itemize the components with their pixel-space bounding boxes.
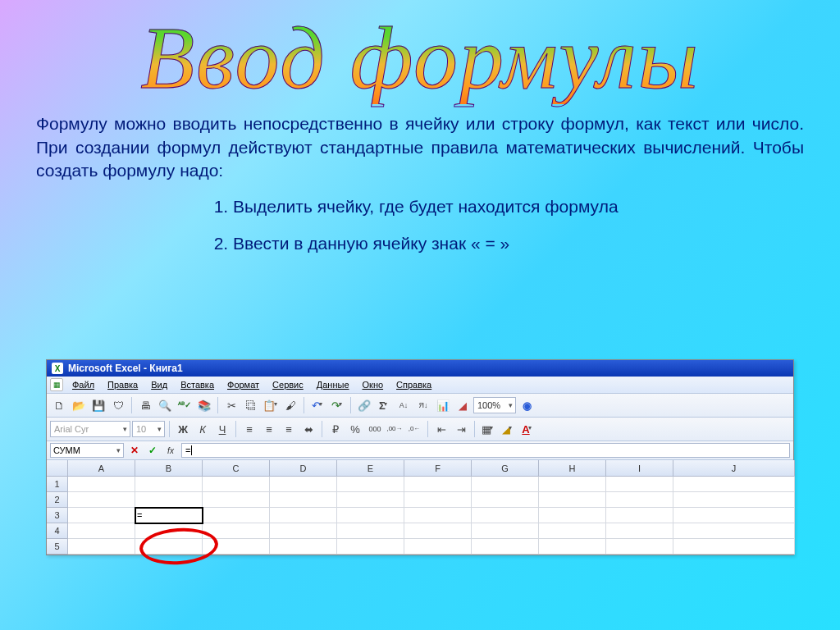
format-painter-button[interactable]: 🖌 — [281, 396, 299, 414]
cell[interactable] — [203, 523, 270, 539]
cell[interactable] — [606, 477, 673, 492]
cell[interactable] — [270, 508, 337, 523]
cell[interactable]: = — [135, 508, 203, 523]
permission-button[interactable]: 🛡 — [109, 396, 127, 414]
cell[interactable] — [673, 508, 795, 523]
cell[interactable] — [673, 492, 795, 508]
row-header[interactable]: 2 — [47, 492, 68, 508]
decrease-indent-button[interactable]: ⇤ — [432, 420, 450, 438]
cell[interactable] — [135, 523, 203, 539]
column-header[interactable]: C — [203, 460, 270, 477]
comma-style-button[interactable]: 000 — [366, 420, 384, 438]
menu-tools[interactable]: Сервис — [267, 378, 309, 391]
enter-button[interactable]: ✓ — [145, 443, 160, 458]
underline-button[interactable]: Ч — [213, 420, 231, 438]
column-header[interactable]: D — [270, 460, 337, 477]
menu-insert[interactable]: Вставка — [175, 378, 220, 391]
undo-button[interactable]: ↶▾ — [308, 396, 326, 414]
cell[interactable] — [539, 523, 606, 539]
cell[interactable] — [337, 539, 404, 555]
new-button[interactable]: 🗋 — [50, 396, 68, 414]
cell[interactable] — [337, 508, 404, 523]
cell[interactable] — [203, 477, 270, 492]
cell[interactable] — [606, 539, 673, 555]
cancel-button[interactable]: ✕ — [127, 443, 142, 458]
copy-button[interactable]: ⿻ — [242, 396, 260, 414]
cell[interactable] — [472, 492, 539, 508]
font-name-dropdown[interactable]: Arial Cyr — [50, 421, 130, 437]
spellcheck-button[interactable]: ᴬᴮ✓ — [176, 396, 194, 414]
cell[interactable] — [539, 508, 606, 523]
save-button[interactable]: 💾 — [89, 396, 107, 414]
row-header[interactable]: 5 — [47, 539, 68, 555]
menu-data[interactable]: Данные — [311, 378, 355, 391]
cell[interactable] — [673, 523, 795, 539]
increase-decimal-button[interactable]: ,00→ — [386, 420, 404, 438]
borders-button[interactable]: ▦▾ — [479, 420, 497, 438]
cell[interactable] — [203, 508, 270, 523]
formula-input[interactable]: = — [181, 443, 790, 458]
cell[interactable] — [539, 492, 606, 508]
column-header[interactable]: A — [68, 460, 135, 477]
column-header[interactable]: B — [135, 460, 203, 477]
column-header[interactable]: G — [472, 460, 539, 477]
cell[interactable] — [68, 508, 135, 523]
font-color-button[interactable]: А▾ — [518, 420, 536, 438]
menu-format[interactable]: Формат — [221, 378, 265, 391]
redo-button[interactable]: ↷▾ — [328, 396, 346, 414]
align-left-button[interactable]: ≡ — [240, 420, 258, 438]
cell[interactable] — [68, 492, 135, 508]
menu-window[interactable]: Окно — [357, 378, 390, 391]
percent-button[interactable]: % — [346, 420, 364, 438]
print-button[interactable]: 🖶 — [136, 396, 154, 414]
cell[interactable] — [472, 508, 539, 523]
drawing-button[interactable]: ◢ — [454, 396, 472, 414]
cell[interactable] — [203, 492, 270, 508]
row-header[interactable]: 3 — [47, 508, 68, 523]
help-button[interactable]: ◉ — [518, 396, 536, 414]
paste-button[interactable]: 📋▾ — [262, 396, 280, 414]
cell[interactable] — [135, 539, 203, 555]
column-header[interactable]: H — [539, 460, 606, 477]
insert-function-button[interactable]: fx — [163, 443, 178, 458]
cell[interactable] — [337, 477, 404, 492]
cell[interactable] — [203, 539, 270, 555]
cell[interactable] — [606, 492, 673, 508]
align-center-button[interactable]: ≡ — [260, 420, 278, 438]
cell[interactable] — [472, 477, 539, 492]
cell[interactable] — [135, 477, 203, 492]
zoom-dropdown[interactable]: 100% — [473, 397, 516, 413]
autosum-button[interactable]: Σ▾ — [375, 396, 393, 414]
decrease-decimal-button[interactable]: ,0← — [405, 420, 423, 438]
cell[interactable] — [337, 523, 404, 539]
chart-button[interactable]: 📊 — [434, 396, 452, 414]
menu-file[interactable]: Файл — [66, 378, 100, 391]
cell[interactable] — [472, 539, 539, 555]
align-right-button[interactable]: ≡ — [280, 420, 298, 438]
cell[interactable] — [270, 523, 337, 539]
select-all-corner[interactable] — [47, 460, 68, 477]
sort-desc-button[interactable]: Я↓ — [414, 396, 432, 414]
cell[interactable] — [404, 492, 472, 508]
column-header[interactable]: J — [673, 460, 795, 477]
cell[interactable] — [404, 508, 472, 523]
open-button[interactable]: 📂 — [70, 396, 88, 414]
fill-color-button[interactable]: ◢▾ — [499, 420, 517, 438]
cell[interactable] — [270, 539, 337, 555]
cell[interactable] — [270, 492, 337, 508]
font-size-dropdown[interactable]: 10 — [132, 421, 165, 437]
cell[interactable] — [337, 492, 404, 508]
menu-view[interactable]: Вид — [145, 378, 173, 391]
column-header[interactable]: F — [404, 460, 472, 477]
merge-button[interactable]: ⬌ — [299, 420, 317, 438]
cell[interactable] — [135, 492, 203, 508]
menu-edit[interactable]: Правка — [102, 378, 144, 391]
cell[interactable] — [68, 523, 135, 539]
cell[interactable] — [539, 477, 606, 492]
menu-help[interactable]: Справка — [390, 378, 437, 391]
cell[interactable] — [68, 539, 135, 555]
column-header[interactable]: E — [337, 460, 404, 477]
cell[interactable] — [404, 477, 472, 492]
row-header[interactable]: 1 — [47, 477, 68, 492]
increase-indent-button[interactable]: ⇥ — [452, 420, 470, 438]
